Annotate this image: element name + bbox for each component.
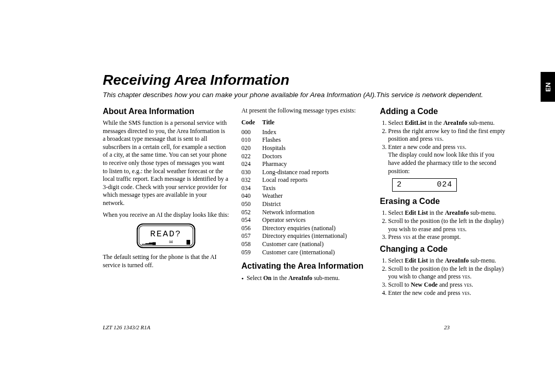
erase-step-3: Press yes at the erase prompt. [388,233,506,241]
code-row: 052Network information [242,209,354,217]
code-row: 050District [242,200,354,209]
code-row: 032Local road reports [242,176,354,184]
title-cell: Customer care (international) [262,249,354,257]
code-row: 020Hospitals [242,144,354,153]
title-cell: Network information [262,209,354,217]
code-cell: 054 [242,216,263,225]
code-cell: 040 [242,192,263,200]
code-cell: 024 [242,160,263,169]
title-cell: District [262,200,354,209]
heading-changing: Changing a Code [380,245,506,254]
about-paragraph-2: When you receive an AI the display looks… [103,211,229,219]
code-cell: 000 [242,128,263,137]
title-cell: Directory enquiries (national) [262,225,354,233]
lcd-code: 024 [437,180,452,190]
signal-icon: ▁▂▃▄ [142,239,156,246]
column-1: About Area Information While the SMS fun… [103,107,229,301]
lcd-read-text: READ? [150,229,181,240]
change-step-4: Enter the new code and press yes. [388,289,506,297]
title-cell: Weather [262,192,354,200]
code-row: 059Customer care (international) [242,249,354,257]
code-row: 022Doctors [242,153,354,161]
code-row: 058Customer care (national) [242,240,354,249]
heading-adding: Adding a Code [380,107,506,116]
lcd-position: 2 [397,180,402,190]
title-cell: Flashes [262,136,354,144]
battery-icon: ▇ [187,239,190,246]
column-2: At present the following message types e… [242,107,368,301]
add-step-3: Enter a new code and press yes.The displ… [388,143,506,175]
title-cell: Pharmacy [262,160,354,169]
adding-steps: Select EditList in the AreaInfo sub-menu… [380,119,506,175]
code-row: 024Pharmacy [242,160,354,169]
erase-step-1: Select Edit List in the AreaInfo sub-men… [388,209,506,217]
manual-page: EN Receiving Area Information This chapt… [0,0,555,392]
change-step-2: Scroll to the position (to the left in t… [388,265,506,281]
heading-activating: Activating the Area Information [242,262,368,271]
lcd-icons: ▁▂▃▄ ✉ ▇ [142,239,190,246]
th-code: Code [242,119,263,128]
code-row: 034Taxis [242,184,354,193]
heading-about: About Area Information [103,107,229,116]
code-row: 030Long-distance road reports [242,169,354,177]
erase-step-2: Scroll to the position (to the left in t… [388,217,506,233]
content-columns: About Area Information While the SMS fun… [103,107,506,301]
code-row: 054Operator services [242,216,354,225]
title-cell: Customer care (national) [262,240,354,249]
title-cell: Hospitals [262,144,354,153]
code-cell: 057 [242,232,263,240]
code-cell: 050 [242,200,263,209]
title-cell: Doctors [262,153,354,161]
title-cell: Operator services [262,216,354,225]
add-step-2: Press the right arrow key to find the fi… [388,127,506,143]
title-cell: Long-distance road reports [262,169,354,177]
column-3: Adding a Code Select EditList in the Are… [380,107,506,301]
add-step-1: Select EditList in the AreaInfo sub-menu… [388,119,506,127]
page-title: Receiving Area Information [103,72,506,88]
code-table: Code Title 000Index010Flashes020Hospital… [242,119,354,256]
lcd-code-display: 2 024 [392,178,457,192]
change-step-3: Scroll to New Code and press yes. [388,281,506,289]
code-cell: 022 [242,153,263,161]
about-paragraph-1: While the SMS function is a personal ser… [103,119,229,208]
mail-icon: ✉ [169,239,173,246]
code-cell: 056 [242,225,263,233]
code-row: 040Weather [242,192,354,200]
erasing-steps: Select Edit List in the AreaInfo sub-men… [380,209,506,241]
page-subtitle: This chapter describes how you can make … [103,90,506,100]
change-step-1: Select Edit List in the AreaInfo sub-men… [388,257,506,265]
about-paragraph-3: The default setting for the phone is tha… [103,253,229,269]
code-row: 057Directory enquiries (international) [242,232,354,240]
lcd-read-display: READ? ▁▂▃▄ ✉ ▇ [137,223,195,248]
page-footer: LZT 126 1343/2 R1A 23 [103,324,450,330]
code-cell: 020 [242,144,263,153]
code-row: 056Directory enquiries (national) [242,225,354,233]
language-label: EN [544,82,552,91]
code-row: 010Flashes [242,136,354,144]
title-cell: Taxis [262,184,354,193]
changing-steps: Select Edit List in the AreaInfo sub-men… [380,257,506,297]
code-cell: 030 [242,169,263,177]
code-cell: 052 [242,209,263,217]
activate-bullet: Select On in the AreaInfo sub-menu. [242,274,368,283]
code-row: 000Index [242,128,354,137]
th-title: Title [262,119,354,128]
codes-intro: At present the following message types e… [242,107,368,115]
footer-doc-id: LZT 126 1343/2 R1A [103,324,150,330]
code-cell: 058 [242,240,263,249]
footer-page-number: 23 [444,324,450,330]
code-cell: 010 [242,136,263,144]
title-cell: Directory enquiries (international) [262,232,354,240]
code-cell: 034 [242,184,263,193]
language-tab: EN [541,72,555,102]
heading-erasing: Erasing a Code [380,197,506,206]
title-cell: Local road reports [262,176,354,184]
title-cell: Index [262,128,354,137]
code-cell: 059 [242,249,263,257]
code-cell: 032 [242,176,263,184]
